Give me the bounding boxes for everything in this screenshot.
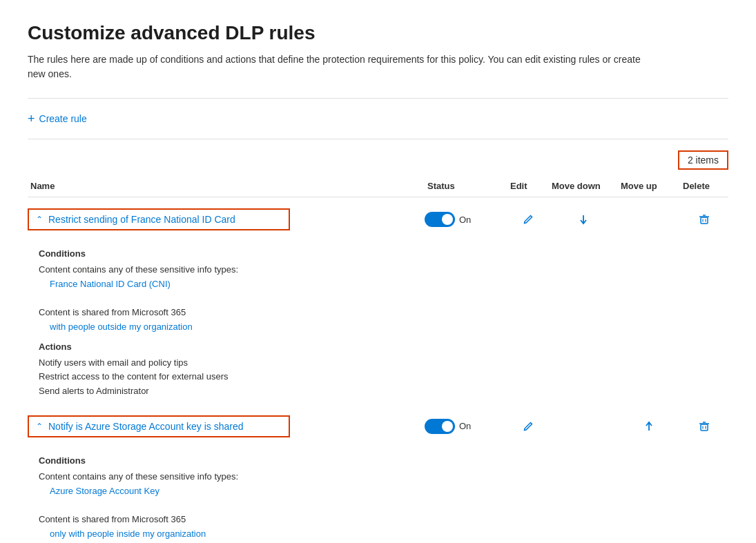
rule-row-2: ⌃ Notify is Azure Storage Account key is… — [28, 410, 728, 443]
move-down-icon-1 — [578, 214, 589, 225]
rule-section-1: ⌃ Restrict sending of France National ID… — [28, 203, 728, 404]
rule-1-action1: Notify users with email and policy tips — [39, 357, 188, 368]
rule-2-condition-line1: Content contains any of these sensitive … — [39, 471, 238, 482]
rule-2-condition-line3: Content is shared from Microsoft 365 — [39, 514, 186, 524]
divider-top — [28, 98, 728, 99]
rule-1-details: Conditions Content contains any of these… — [28, 236, 728, 404]
rule-2-delete-button[interactable] — [680, 421, 728, 432]
rule-2-condition-line2: Azure Storage Account Key — [39, 486, 159, 496]
edit-icon-1 — [523, 214, 534, 225]
header-move-up: Move up — [618, 181, 680, 191]
rule-1-action3: Send alerts to Administrator — [39, 386, 149, 396]
chevron-up-icon-2: ⌃ — [36, 422, 43, 431]
header-name: Name — [28, 181, 425, 191]
rule-row-1: ⌃ Restrict sending of France National ID… — [28, 203, 728, 236]
rule-2-move-up-button[interactable] — [618, 421, 680, 432]
header-status: Status — [425, 181, 507, 191]
rule-2-toggle[interactable] — [425, 419, 455, 434]
rule-1-conditions-label: Conditions — [39, 247, 728, 261]
items-count-container: 2 items — [28, 150, 728, 170]
rule-2-condition-line4: only with people inside my organization — [39, 529, 206, 539]
rule-1-move-down-button[interactable] — [549, 214, 618, 225]
svg-rect-7 — [701, 424, 708, 431]
rule-2-toggle-thumb — [442, 421, 453, 432]
trash-icon-1 — [699, 214, 710, 225]
svg-rect-1 — [701, 217, 708, 224]
plus-icon: + — [28, 112, 35, 125]
rule-2-name-text: Notify is Azure Storage Account key is s… — [48, 421, 243, 432]
trash-icon-2 — [699, 421, 710, 432]
items-count-badge: 2 items — [678, 150, 728, 170]
rule-2-status-label: On — [459, 421, 471, 431]
rule-2-edit-button[interactable] — [507, 421, 549, 432]
header-delete: Delete — [680, 181, 728, 191]
edit-icon-2 — [523, 421, 534, 432]
page-subtitle: The rules here are made up of conditions… — [28, 52, 649, 81]
rule-2-name-box[interactable]: ⌃ Notify is Azure Storage Account key is… — [28, 415, 290, 437]
create-rule-label: Create rule — [39, 113, 87, 124]
divider-mid — [28, 139, 728, 139]
rule-1-status-cell: On — [425, 212, 507, 227]
rule-2-toggle-track — [425, 419, 455, 434]
rule-1-status-label: On — [459, 215, 471, 225]
rule-1-condition-line2: France National ID Card (CNI) — [39, 279, 171, 289]
rule-2-name-cell: ⌃ Notify is Azure Storage Account key is… — [28, 415, 425, 437]
move-up-icon-2 — [643, 421, 655, 432]
rule-section-2: ⌃ Notify is Azure Storage Account key is… — [28, 410, 728, 543]
header-move-down: Move down — [549, 181, 618, 191]
rule-1-toggle[interactable] — [425, 212, 455, 227]
rule-1-name-text: Restrict sending of France National ID C… — [48, 214, 235, 225]
rule-1-name-box[interactable]: ⌃ Restrict sending of France National ID… — [28, 208, 290, 230]
rule-1-action2: Restrict access to the content for exter… — [39, 371, 229, 382]
rule-2-details: Conditions Content contains any of these… — [28, 443, 728, 543]
create-rule-button[interactable]: + Create rule — [28, 110, 87, 128]
header-edit: Edit — [507, 181, 549, 191]
table-header: Name Status Edit Move down Move up Delet… — [28, 175, 728, 197]
rule-1-name-cell: ⌃ Restrict sending of France National ID… — [28, 208, 425, 230]
page-title: Customize advanced DLP rules — [28, 22, 728, 44]
rule-1-toggle-track — [425, 212, 455, 227]
rule-1-actions-label: Actions — [39, 340, 728, 355]
rule-2-conditions-label: Conditions — [39, 454, 728, 468]
rule-1-condition-line4: with people outside my organization — [39, 322, 193, 332]
chevron-up-icon-1: ⌃ — [36, 215, 43, 224]
rule-1-condition-line1: Content contains any of these sensitive … — [39, 264, 238, 275]
rule-1-edit-button[interactable] — [507, 214, 549, 225]
rule-1-toggle-thumb — [442, 214, 453, 225]
rule-2-status-cell: On — [425, 419, 507, 434]
rule-1-condition-line3: Content is shared from Microsoft 365 — [39, 307, 186, 317]
rule-1-delete-button[interactable] — [680, 214, 728, 225]
